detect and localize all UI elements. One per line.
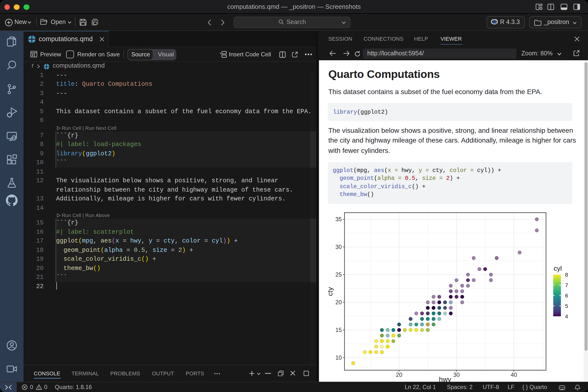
svg-text:7: 7 [565, 282, 568, 288]
svg-text:R: R [493, 19, 496, 25]
svg-text:20: 20 [396, 372, 402, 378]
svg-text:5: 5 [565, 303, 568, 309]
svg-text:35: 35 [335, 216, 342, 222]
svg-text:cyl: cyl [554, 265, 562, 272]
svg-text:40: 40 [510, 372, 517, 378]
svg-text:cty: cty [326, 287, 334, 296]
svg-text:6: 6 [565, 292, 568, 299]
svg-text:20: 20 [335, 299, 342, 306]
svg-text:15: 15 [335, 327, 342, 333]
svg-text:30: 30 [335, 244, 342, 250]
svg-text:4: 4 [565, 313, 568, 320]
svg-text:8: 8 [565, 272, 568, 278]
svg-text:25: 25 [335, 272, 342, 278]
svg-text:hwy: hwy [439, 376, 451, 382]
svg-text:10: 10 [335, 354, 342, 361]
svg-text:30: 30 [453, 372, 460, 378]
